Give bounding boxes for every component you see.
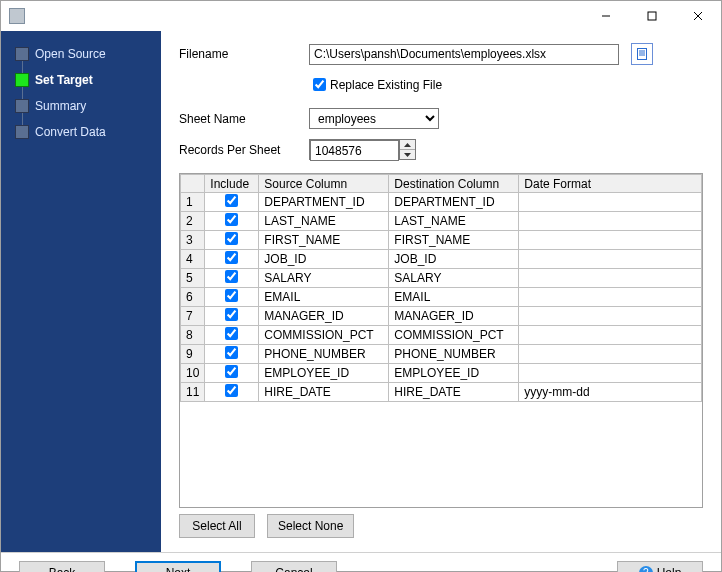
step-convert-data[interactable]: Convert Data bbox=[1, 119, 161, 145]
include-cell[interactable] bbox=[205, 269, 259, 288]
date-format-cell[interactable]: yyyy-mm-dd bbox=[519, 383, 702, 402]
include-cell[interactable] bbox=[205, 364, 259, 383]
table-row[interactable]: 1DEPARTMENT_IDDEPARTMENT_ID bbox=[181, 193, 702, 212]
grid-header-dest[interactable]: Destination Column bbox=[389, 175, 519, 193]
date-format-cell[interactable] bbox=[519, 250, 702, 269]
include-checkbox[interactable] bbox=[225, 308, 238, 321]
step-set-target[interactable]: Set Target bbox=[1, 67, 161, 93]
grid-header-datefmt[interactable]: Date Format bbox=[519, 175, 702, 193]
source-column-cell[interactable]: DEPARTMENT_ID bbox=[259, 193, 389, 212]
table-row[interactable]: 5SALARYSALARY bbox=[181, 269, 702, 288]
step-summary[interactable]: Summary bbox=[1, 93, 161, 119]
dest-column-cell[interactable]: HIRE_DATE bbox=[389, 383, 519, 402]
include-checkbox[interactable] bbox=[225, 251, 238, 264]
include-cell[interactable] bbox=[205, 212, 259, 231]
source-column-cell[interactable]: FIRST_NAME bbox=[259, 231, 389, 250]
include-cell[interactable] bbox=[205, 307, 259, 326]
include-checkbox[interactable] bbox=[225, 232, 238, 245]
include-checkbox[interactable] bbox=[225, 213, 238, 226]
include-checkbox[interactable] bbox=[225, 289, 238, 302]
cancel-button[interactable]: Cancel bbox=[251, 561, 337, 573]
browse-button[interactable] bbox=[631, 43, 653, 65]
include-checkbox[interactable] bbox=[225, 194, 238, 207]
filename-input[interactable] bbox=[309, 44, 619, 65]
include-checkbox[interactable] bbox=[225, 270, 238, 283]
date-format-cell[interactable] bbox=[519, 326, 702, 345]
row-number: 3 bbox=[181, 231, 205, 250]
wizard-steps-sidebar: Open SourceSet TargetSummaryConvert Data bbox=[1, 31, 161, 552]
row-number: 9 bbox=[181, 345, 205, 364]
dest-column-cell[interactable]: SALARY bbox=[389, 269, 519, 288]
include-cell[interactable] bbox=[205, 193, 259, 212]
sheet-name-select[interactable]: employees bbox=[309, 108, 439, 129]
table-row[interactable]: 6EMAILEMAIL bbox=[181, 288, 702, 307]
include-cell[interactable] bbox=[205, 383, 259, 402]
date-format-cell[interactable] bbox=[519, 307, 702, 326]
include-cell[interactable] bbox=[205, 231, 259, 250]
date-format-cell[interactable] bbox=[519, 231, 702, 250]
columns-grid[interactable]: Include Source Column Destination Column… bbox=[179, 173, 703, 508]
source-column-cell[interactable]: EMPLOYEE_ID bbox=[259, 364, 389, 383]
dest-column-cell[interactable]: DEPARTMENT_ID bbox=[389, 193, 519, 212]
source-column-cell[interactable]: MANAGER_ID bbox=[259, 307, 389, 326]
source-column-cell[interactable]: PHONE_NUMBER bbox=[259, 345, 389, 364]
source-column-cell[interactable]: EMAIL bbox=[259, 288, 389, 307]
dest-column-cell[interactable]: LAST_NAME bbox=[389, 212, 519, 231]
source-column-cell[interactable]: HIRE_DATE bbox=[259, 383, 389, 402]
grid-header-include[interactable]: Include bbox=[205, 175, 259, 193]
date-format-cell[interactable] bbox=[519, 212, 702, 231]
records-per-sheet-spinner[interactable] bbox=[309, 139, 416, 160]
table-row[interactable]: 8COMMISSION_PCTCOMMISSION_PCT bbox=[181, 326, 702, 345]
titlebar bbox=[1, 1, 721, 31]
grid-header-source[interactable]: Source Column bbox=[259, 175, 389, 193]
back-button[interactable]: Back bbox=[19, 561, 105, 573]
select-all-button[interactable]: Select All bbox=[179, 514, 255, 538]
next-button[interactable]: Next bbox=[135, 561, 221, 573]
table-row[interactable]: 7MANAGER_IDMANAGER_ID bbox=[181, 307, 702, 326]
include-cell[interactable] bbox=[205, 345, 259, 364]
dest-column-cell[interactable]: COMMISSION_PCT bbox=[389, 326, 519, 345]
step-box-icon bbox=[15, 125, 29, 139]
include-cell[interactable] bbox=[205, 250, 259, 269]
include-checkbox[interactable] bbox=[225, 365, 238, 378]
close-button[interactable] bbox=[675, 1, 721, 31]
include-cell[interactable] bbox=[205, 288, 259, 307]
date-format-cell[interactable] bbox=[519, 193, 702, 212]
table-row[interactable]: 9PHONE_NUMBERPHONE_NUMBER bbox=[181, 345, 702, 364]
date-format-cell[interactable] bbox=[519, 269, 702, 288]
dest-column-cell[interactable]: JOB_ID bbox=[389, 250, 519, 269]
include-checkbox[interactable] bbox=[225, 346, 238, 359]
date-format-cell[interactable] bbox=[519, 288, 702, 307]
table-row[interactable]: 3FIRST_NAMEFIRST_NAME bbox=[181, 231, 702, 250]
records-per-sheet-input[interactable] bbox=[310, 140, 399, 161]
dest-column-cell[interactable]: EMPLOYEE_ID bbox=[389, 364, 519, 383]
maximize-button[interactable] bbox=[629, 1, 675, 31]
help-button[interactable]: ? Help bbox=[617, 561, 703, 573]
row-number: 4 bbox=[181, 250, 205, 269]
include-cell[interactable] bbox=[205, 326, 259, 345]
table-row[interactable]: 10EMPLOYEE_IDEMPLOYEE_ID bbox=[181, 364, 702, 383]
source-column-cell[interactable]: COMMISSION_PCT bbox=[259, 326, 389, 345]
source-column-cell[interactable]: JOB_ID bbox=[259, 250, 389, 269]
spinner-down-button[interactable] bbox=[400, 149, 415, 159]
step-open-source[interactable]: Open Source bbox=[1, 41, 161, 67]
step-label: Set Target bbox=[35, 73, 93, 87]
content-panel: Filename Replace Existing File Sheet Nam… bbox=[161, 31, 721, 552]
dest-column-cell[interactable]: EMAIL bbox=[389, 288, 519, 307]
include-checkbox[interactable] bbox=[225, 384, 238, 397]
select-none-button[interactable]: Select None bbox=[267, 514, 354, 538]
date-format-cell[interactable] bbox=[519, 345, 702, 364]
spinner-up-button[interactable] bbox=[400, 140, 415, 149]
replace-existing-checkbox[interactable] bbox=[313, 78, 326, 91]
dest-column-cell[interactable]: PHONE_NUMBER bbox=[389, 345, 519, 364]
dest-column-cell[interactable]: FIRST_NAME bbox=[389, 231, 519, 250]
dest-column-cell[interactable]: MANAGER_ID bbox=[389, 307, 519, 326]
table-row[interactable]: 4JOB_IDJOB_ID bbox=[181, 250, 702, 269]
table-row[interactable]: 11HIRE_DATEHIRE_DATEyyyy-mm-dd bbox=[181, 383, 702, 402]
source-column-cell[interactable]: LAST_NAME bbox=[259, 212, 389, 231]
include-checkbox[interactable] bbox=[225, 327, 238, 340]
table-row[interactable]: 2LAST_NAMELAST_NAME bbox=[181, 212, 702, 231]
source-column-cell[interactable]: SALARY bbox=[259, 269, 389, 288]
date-format-cell[interactable] bbox=[519, 364, 702, 383]
minimize-button[interactable] bbox=[583, 1, 629, 31]
